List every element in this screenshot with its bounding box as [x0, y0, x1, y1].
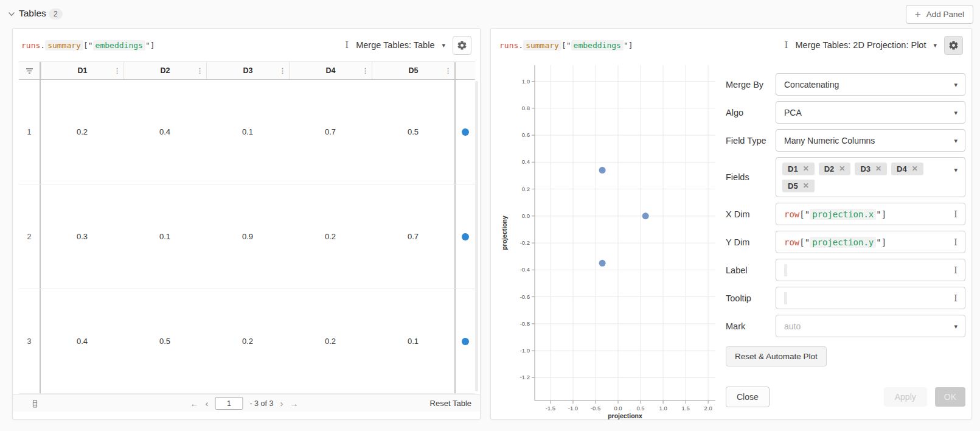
- algo-select[interactable]: PCA ▾: [776, 101, 965, 124]
- run-color-header-cell: [454, 62, 475, 79]
- view-selector[interactable]: Merge Tables: 2D Projection: Plot: [796, 40, 926, 50]
- fields-multiselect[interactable]: D1✕D2✕D3✕D4✕D5✕▾: [776, 157, 965, 197]
- x-dim-label: X Dim: [726, 209, 776, 219]
- ok-button[interactable]: OK: [935, 387, 965, 407]
- column-header-label: D2: [161, 66, 170, 75]
- reset-table-button[interactable]: Reset Table: [430, 399, 471, 408]
- column-header-label: D5: [409, 66, 419, 75]
- remove-field-icon[interactable]: ✕: [912, 164, 918, 173]
- x-tick-label: -1.0: [568, 405, 578, 412]
- scatter-point[interactable]: [599, 260, 606, 267]
- label-input[interactable]: I: [776, 259, 965, 281]
- scatter-point[interactable]: [642, 212, 649, 219]
- export-table-icon[interactable]: [31, 399, 38, 408]
- table-cell[interactable]: 0.5: [372, 80, 454, 184]
- table-cell[interactable]: 0.7: [372, 184, 454, 289]
- view-selector[interactable]: Merge Tables: Table: [356, 40, 434, 50]
- table-cell[interactable]: 0.3: [41, 184, 123, 289]
- algo-label: Algo: [726, 108, 776, 117]
- field-tag-D5[interactable]: D5✕: [782, 180, 815, 192]
- table-cell[interactable]: 0.5: [123, 289, 206, 393]
- prev-page-icon[interactable]: ‹: [205, 398, 208, 408]
- table-scrollbar[interactable]: [475, 81, 478, 391]
- y-tick-label: 0.2: [522, 186, 530, 192]
- apply-button[interactable]: Apply: [884, 387, 927, 407]
- caret-down-icon: ▾: [954, 136, 957, 144]
- field-tag-D2[interactable]: D2✕: [819, 163, 851, 175]
- table-cell[interactable]: 0.2: [289, 289, 372, 393]
- gear-icon: [948, 40, 959, 51]
- run-color-cell: [454, 289, 475, 393]
- column-header-D3[interactable]: D3⋮: [206, 62, 289, 79]
- y-tick-label: -1.2: [520, 374, 530, 380]
- y-tick-label: 0.0: [522, 212, 530, 219]
- x-dim-input[interactable]: row["projection.x"] I: [776, 203, 965, 225]
- remove-field-icon[interactable]: ✕: [803, 181, 809, 190]
- table-cell[interactable]: 0.2: [289, 184, 372, 289]
- table-cell[interactable]: 0.1: [372, 289, 454, 393]
- merge-by-select[interactable]: Concatenating ▾: [776, 73, 965, 96]
- x-tick-label: -1.5: [546, 405, 555, 412]
- add-panel-button[interactable]: + Add Panel: [906, 5, 973, 24]
- tooltip-input[interactable]: I: [776, 287, 965, 309]
- table-cell[interactable]: 0.2: [41, 80, 123, 184]
- caret-down-icon: ▾: [954, 108, 957, 116]
- run-color-cell: [454, 184, 475, 289]
- page-number-input[interactable]: [215, 397, 243, 410]
- column-menu-icon[interactable]: ⋮: [361, 67, 370, 75]
- table-panel: runs.summary["embeddings"] I Merge Table…: [12, 28, 481, 419]
- field-tag-label: D3: [860, 164, 871, 173]
- remove-field-icon[interactable]: ✕: [875, 164, 881, 173]
- y-tick-label: -0.6: [520, 293, 530, 300]
- column-menu-icon[interactable]: ⋮: [443, 67, 453, 75]
- table-cell[interactable]: 0.1: [206, 80, 289, 184]
- field-tag-D1[interactable]: D1✕: [782, 163, 815, 175]
- field-type-select[interactable]: Many Numeric Columns ▾: [776, 129, 965, 152]
- y-dim-input[interactable]: row["projection.y"] I: [776, 231, 965, 253]
- column-header-D1[interactable]: D1⋮: [41, 62, 123, 79]
- remove-field-icon[interactable]: ✕: [803, 164, 809, 173]
- column-menu-icon[interactable]: ⋮: [195, 67, 204, 75]
- run-color-cell: [454, 80, 475, 184]
- panel-query-expression[interactable]: runs.summary["embeddings"]: [21, 41, 155, 50]
- add-panel-label: Add Panel: [926, 10, 964, 19]
- filter-header-cell[interactable]: [19, 62, 41, 79]
- x-axis-title: projectionx: [608, 412, 642, 419]
- field-tag-D4[interactable]: D4✕: [891, 163, 923, 175]
- mark-select[interactable]: auto ▾: [776, 315, 965, 337]
- panel-query-expression[interactable]: runs.summary["embeddings"]: [499, 41, 633, 50]
- reset-automate-plot-button[interactable]: Reset & Automate Plot: [726, 346, 827, 366]
- table-cell[interactable]: 0.4: [41, 289, 123, 393]
- table-cell[interactable]: 0.9: [206, 184, 289, 289]
- field-tag-D3[interactable]: D3✕: [855, 163, 887, 175]
- scatter-point[interactable]: [599, 167, 606, 173]
- column-menu-icon[interactable]: ⋮: [278, 67, 287, 75]
- caret-down-icon[interactable]: ▾: [442, 41, 445, 49]
- table-header-row: D1⋮D2⋮D3⋮D4⋮D5⋮: [19, 61, 475, 80]
- chevron-down-icon[interactable]: [7, 10, 16, 18]
- last-page-icon[interactable]: →: [290, 399, 298, 408]
- panel-settings-button[interactable]: [453, 36, 471, 55]
- panel-settings-button[interactable]: [944, 36, 963, 55]
- caret-down-icon: ▾: [954, 80, 957, 88]
- caret-down-icon: ▾: [954, 322, 957, 330]
- table-cell[interactable]: 0.1: [123, 184, 206, 289]
- table-row: 20.30.10.90.20.7: [19, 184, 475, 289]
- first-page-icon[interactable]: ←: [190, 399, 198, 408]
- remove-field-icon[interactable]: ✕: [839, 164, 845, 173]
- next-page-icon[interactable]: ›: [280, 398, 283, 408]
- column-header-D2[interactable]: D2⋮: [123, 62, 206, 79]
- table-cell[interactable]: 0.4: [123, 80, 206, 184]
- table-cell[interactable]: 0.2: [206, 289, 289, 393]
- column-header-D4[interactable]: D4⋮: [289, 62, 372, 79]
- y-tick-label: 1.0: [522, 78, 530, 85]
- text-cursor-icon: I: [954, 265, 957, 275]
- table-cell[interactable]: 0.7: [289, 80, 372, 184]
- caret-down-icon[interactable]: ▾: [933, 41, 937, 49]
- column-header-D5[interactable]: D5⋮: [372, 62, 454, 79]
- x-tick-label: 0.5: [636, 405, 644, 412]
- close-button[interactable]: Close: [726, 387, 770, 407]
- text-cursor-icon: I: [345, 41, 349, 50]
- column-menu-icon[interactable]: ⋮: [113, 67, 122, 75]
- x-tick-label: 0.0: [614, 405, 622, 412]
